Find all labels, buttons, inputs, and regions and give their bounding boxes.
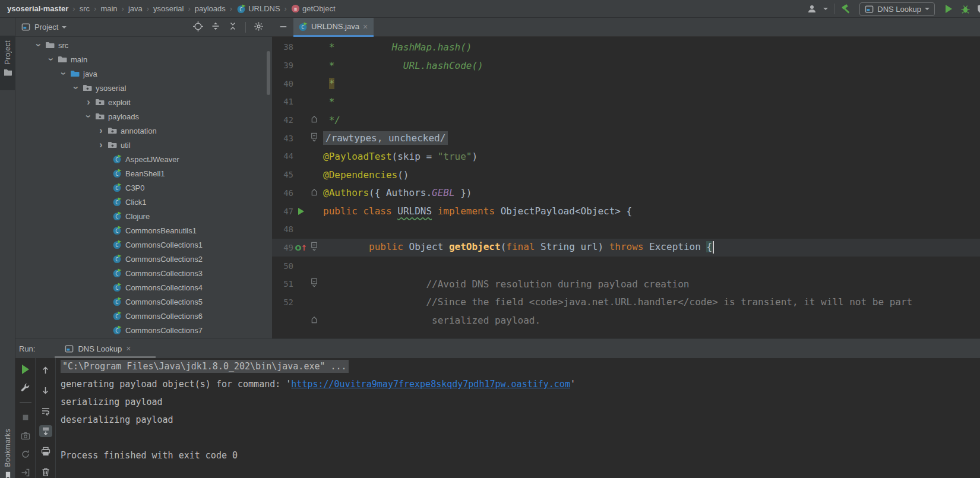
run-class-gutter-icon[interactable] <box>298 208 304 215</box>
tree-item-commonscollections2[interactable]: CCommonsCollections2 <box>15 252 272 266</box>
tool-window-button-project[interactable]: Project <box>0 36 15 90</box>
chevron-down-icon[interactable]: › <box>59 68 68 79</box>
chevron-down-icon[interactable]: › <box>84 111 93 122</box>
code-line: 42 */ <box>272 111 980 129</box>
folder-icon <box>45 40 55 50</box>
settings-gear-icon[interactable] <box>254 21 264 34</box>
tree-item-commonscollections1[interactable]: CCommonsCollections1 <box>15 238 272 252</box>
line-number: 38 <box>272 42 293 52</box>
breadcrumb-item[interactable]: ysoserial <box>153 4 184 13</box>
run-toolbar-console <box>36 358 56 478</box>
user-icon[interactable] <box>807 4 817 14</box>
breadcrumb-item[interactable]: payloads <box>195 4 226 13</box>
stop-button[interactable] <box>19 412 32 422</box>
tree-item-c3p0[interactable]: CC3P0 <box>15 181 272 195</box>
toolbar-divider <box>834 4 834 14</box>
tree-item-commonscollections7[interactable]: CCommonsCollections7 <box>15 323 272 337</box>
chevron-right-icon[interactable]: › <box>96 140 106 150</box>
chevron-down-icon[interactable]: › <box>71 83 81 93</box>
breadcrumb-item[interactable]: src <box>80 4 90 13</box>
tree-item-ysoserial[interactable]: ›ysoserial <box>15 81 272 95</box>
toolbar-divider <box>245 22 246 33</box>
build-hammer-icon[interactable] <box>840 4 851 14</box>
tree-item-click1[interactable]: CClick1 <box>15 195 272 209</box>
editor-tab-urldns[interactable]: C URLDNS.java × <box>293 18 374 37</box>
fold-end-icon[interactable] <box>311 188 318 198</box>
console-output[interactable]: "C:\Program Files\Java\jdk1.8.0_202\bin\… <box>56 358 980 478</box>
tree-item-label: Clojure <box>125 212 150 221</box>
fold-end-icon[interactable] <box>311 315 318 326</box>
code-line: 38 * HashMap.hash() <box>272 38 980 56</box>
close-icon[interactable]: × <box>363 23 368 31</box>
soft-wrap-icon[interactable] <box>39 405 52 417</box>
toolbar-divider <box>20 402 31 403</box>
user-dropdown-arrow-icon[interactable] <box>823 8 828 10</box>
tree-item-aspectjweaver[interactable]: CAspectJWeaver <box>15 152 272 166</box>
code-area[interactable]: 38 * HashMap.hash()39 * URL.hashCode()40… <box>272 37 980 338</box>
hide-panel-minus-icon[interactable] <box>279 23 287 33</box>
close-icon[interactable]: × <box>126 344 131 353</box>
edit-configuration-wrench-icon[interactable] <box>19 382 32 392</box>
text-caret <box>713 241 714 254</box>
editor-tab-bar: C URLDNS.java × <box>272 18 980 37</box>
tree-item-util[interactable]: ›util <box>15 138 272 152</box>
tree-item-commonscollections4[interactable]: CCommonsCollections4 <box>15 280 272 295</box>
run-tab-dns-lookup[interactable]: DNS Lookup × <box>60 339 135 358</box>
tree-item-src[interactable]: ›src <box>15 38 272 52</box>
tree-item-exploit[interactable]: ›exploit <box>15 95 272 109</box>
restart-icon[interactable] <box>19 449 32 460</box>
console-hyperlink[interactable]: https://0uvitra9may7frexpe8skqdy7pdh17pw… <box>291 379 570 390</box>
scroll-to-end-icon[interactable] <box>39 425 52 437</box>
class-icon: C <box>112 154 122 164</box>
locate-file-icon[interactable] <box>193 21 203 34</box>
ide-window: ysoserial-master›src›main›java›ysoserial… <box>0 0 980 478</box>
tree-item-java[interactable]: ›java <box>15 67 272 81</box>
package-icon <box>83 83 92 93</box>
thread-dump-camera-icon[interactable] <box>19 431 32 441</box>
chevron-right-icon[interactable]: › <box>83 97 94 107</box>
coverage-shield-icon[interactable] <box>976 4 980 14</box>
tool-window-button-bookmarks[interactable]: Bookmarks <box>0 429 15 478</box>
tree-item-clojure[interactable]: CClojure <box>15 209 272 223</box>
run-tab-title: DNS Lookup <box>78 344 122 353</box>
exit-console-icon[interactable] <box>19 468 32 478</box>
breadcrumb-item[interactable]: mgetObject <box>291 4 336 13</box>
chevron-down-icon[interactable]: › <box>46 54 56 65</box>
chevron-down-icon[interactable]: › <box>34 40 43 50</box>
tree-item-payloads[interactable]: ›payloads <box>15 109 272 124</box>
tree-item-beanshell1[interactable]: CBeanShell1 <box>15 166 272 181</box>
expand-selection-icon[interactable] <box>211 21 220 33</box>
tree-item-label: Click1 <box>125 198 146 207</box>
print-icon[interactable] <box>39 445 52 457</box>
breadcrumb-item[interactable]: CURLDNS <box>236 4 280 14</box>
project-view-dropdown-icon[interactable] <box>62 26 67 29</box>
run-configuration-select[interactable]: DNS Lookup <box>859 2 935 16</box>
fold-start-icon[interactable] <box>311 278 318 290</box>
tree-item-commonscollections5[interactable]: CCommonsCollections5 <box>15 295 272 309</box>
tree-item-commonscollections6[interactable]: CCommonsCollections6 <box>15 309 272 323</box>
breadcrumb-item[interactable]: ysoserial-master <box>7 4 68 13</box>
tree-item-commonsbeanutils1[interactable]: CCommonsBeanutils1 <box>15 223 272 238</box>
down-stack-trace-icon[interactable] <box>39 384 52 396</box>
tree-item-commonscollections3[interactable]: CCommonsCollections3 <box>15 266 272 280</box>
bookmark-icon <box>4 471 12 478</box>
overriding-method-gutter-icon[interactable]: O↑ <box>295 242 308 253</box>
collapse-all-icon[interactable] <box>228 21 238 33</box>
run-button[interactable] <box>943 4 954 14</box>
breadcrumb-item[interactable]: main <box>100 4 117 13</box>
tree-item-annotation[interactable]: ›annotation <box>15 124 272 138</box>
chevron-right-icon[interactable]: › <box>96 126 106 135</box>
tree-item-label: src <box>58 41 68 50</box>
debug-bug-icon[interactable] <box>960 4 970 14</box>
up-stack-trace-icon[interactable] <box>39 364 52 376</box>
clear-all-trash-icon[interactable] <box>39 466 52 478</box>
fold-start-icon[interactable] <box>311 242 318 254</box>
breadcrumb-item[interactable]: java <box>128 4 143 13</box>
fold-end-icon[interactable] <box>311 115 318 125</box>
project-scrollbar-thumb[interactable] <box>267 51 270 95</box>
tree-item-label: exploit <box>108 98 131 107</box>
rerun-button[interactable] <box>19 364 32 374</box>
fold-start-icon[interactable] <box>311 132 318 144</box>
class-icon: C <box>112 325 122 335</box>
tree-item-main[interactable]: ›main <box>15 52 272 67</box>
